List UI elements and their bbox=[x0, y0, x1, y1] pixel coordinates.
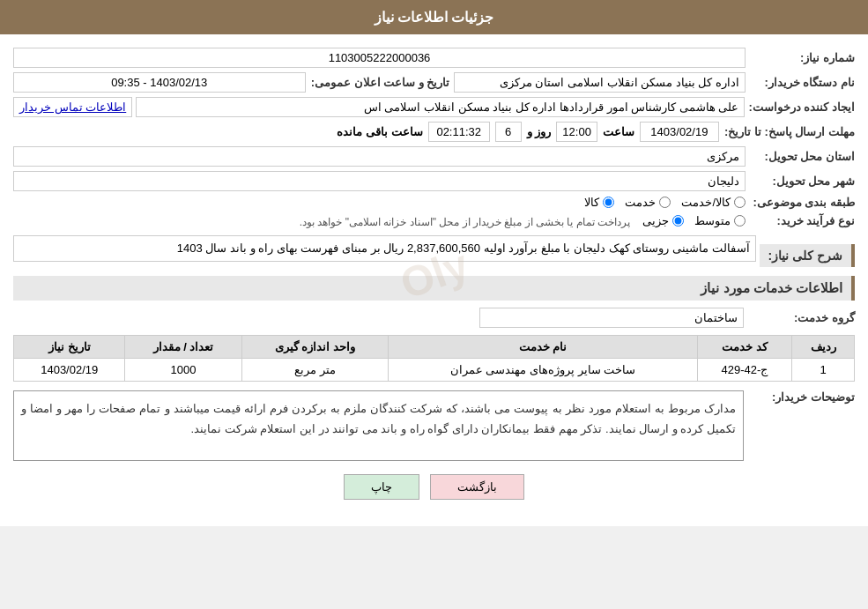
category-row: طبقه بندی موضوعی: کالا/خدمت خدمت کالا bbox=[13, 196, 855, 209]
category-option-kala[interactable]: کالا bbox=[584, 196, 614, 209]
province-label: استان محل تحویل: bbox=[749, 150, 855, 163]
province-row: استان محل تحویل: مرکزی bbox=[13, 146, 855, 167]
table-header-row: ردیف کد خدمت نام خدمت واحد اندازه گیری ت… bbox=[14, 336, 855, 359]
need-number-label: شماره نیاز: bbox=[749, 51, 855, 64]
send-deadline-date: 1403/02/19 bbox=[640, 122, 719, 142]
province-value: مرکزی bbox=[13, 146, 746, 167]
need-summary-value: آسفالت ماشینی روستای کهک دلیجان با مبلغ … bbox=[13, 235, 756, 262]
col-header-name: نام خدمت bbox=[389, 336, 697, 359]
page-wrapper: جزئیات اطلاعات نیاز Oly شماره نیاز: 1103… bbox=[0, 0, 868, 526]
creator-row: ایجاد کننده درخواست: علی هاشمی کارشناس ا… bbox=[13, 97, 855, 117]
creator-link[interactable]: اطلاعات تماس خریدار bbox=[13, 97, 132, 117]
city-label: شهر محل تحویل: bbox=[749, 175, 855, 188]
creator-label: ایجاد کننده درخواست: bbox=[748, 100, 855, 114]
services-table: ردیف کد خدمت نام خدمت واحد اندازه گیری ت… bbox=[13, 335, 855, 382]
send-deadline-label: مهلت ارسال پاسخ: تا تاریخ: bbox=[724, 125, 855, 138]
buyer-notes-label: توضیحات خریدار: bbox=[749, 390, 855, 404]
send-deadline-days: 6 bbox=[495, 122, 522, 142]
send-deadline-day-label: روز و bbox=[527, 125, 552, 138]
buyer-org-label: نام دستگاه خریدار: bbox=[749, 76, 855, 89]
city-row: شهر محل تحویل: دلیجان bbox=[13, 171, 855, 191]
category-option-khedmat[interactable]: خدمت bbox=[625, 196, 671, 209]
col-header-quantity: تعداد / مقدار bbox=[125, 336, 241, 359]
content-area: Oly شماره نیاز: 1103005222000036 نام دست… bbox=[0, 34, 868, 526]
send-deadline-time-label: ساعت bbox=[603, 125, 634, 138]
creator-value: علی هاشمی کارشناس امور قراردادها اداره ک… bbox=[136, 97, 745, 117]
send-deadline-remaining-label: ساعت باقی مانده bbox=[337, 125, 422, 138]
category-label: طبقه بندی موضوعی: bbox=[749, 196, 855, 209]
process-radio-group: متوسط جزیی bbox=[642, 214, 746, 227]
buyer-notes-section: توضیحات خریدار: مدارک مربوط به استعلام م… bbox=[13, 390, 855, 461]
process-option-motavaset[interactable]: متوسط bbox=[694, 214, 746, 227]
need-number-row: شماره نیاز: 1103005222000036 bbox=[13, 48, 855, 68]
category-option-kala-khedmat[interactable]: کالا/خدمت bbox=[681, 196, 746, 209]
need-summary-label: شرح کلی نیاز: bbox=[760, 244, 855, 267]
service-group-value: ساختمان bbox=[479, 308, 744, 328]
buyer-org-value: اداره کل بنیاد مسکن انقلاب اسلامی استان … bbox=[454, 72, 746, 93]
buyer-notes-value: مدارک مربوط به استعلام مورد نظر به پیوست… bbox=[13, 390, 744, 461]
category-radio-group: کالا/خدمت خدمت کالا bbox=[584, 196, 746, 209]
process-type-row: نوع فرآیند خرید: متوسط جزیی پرداخت تمام … bbox=[13, 213, 855, 228]
announce-buyer-row: نام دستگاه خریدار: اداره کل بنیاد مسکن ا… bbox=[13, 72, 855, 93]
print-button[interactable]: چاپ bbox=[344, 474, 419, 500]
bottom-buttons: بازگشت چاپ bbox=[13, 474, 855, 500]
announce-date-label: تاریخ و ساعت اعلان عمومی: bbox=[309, 76, 450, 89]
need-summary-row: شرح کلی نیاز: آسفالت ماشینی روستای کهک د… bbox=[13, 235, 855, 267]
table-row: 1ج-42-429ساخت سایر پروژه‌های مهندسی عمرا… bbox=[14, 359, 855, 382]
page-header: جزئیات اطلاعات نیاز bbox=[0, 0, 868, 34]
col-header-date: تاریخ نیاز bbox=[14, 336, 125, 359]
main-content: Oly شماره نیاز: 1103005222000036 نام دست… bbox=[13, 48, 855, 500]
process-note: پرداخت تمام یا بخشی از مبلغ خریدار از مح… bbox=[300, 216, 630, 228]
send-deadline-row: مهلت ارسال پاسخ: تا تاریخ: 1403/02/19 سا… bbox=[13, 122, 855, 142]
page-title: جزئیات اطلاعات نیاز bbox=[375, 10, 494, 25]
service-group-row: گروه خدمت: ساختمان bbox=[13, 308, 855, 328]
send-deadline-remaining: 02:11:32 bbox=[428, 122, 490, 142]
announce-date-value: 1403/02/13 - 09:35 bbox=[13, 72, 306, 93]
process-option-jozi[interactable]: جزیی bbox=[642, 214, 684, 227]
process-type-label: نوع فرآیند خرید: bbox=[749, 214, 855, 227]
need-number-value: 1103005222000036 bbox=[13, 48, 746, 68]
col-header-code: کد خدمت bbox=[697, 336, 792, 359]
send-deadline-time: 12:00 bbox=[556, 122, 597, 142]
col-header-unit: واحد اندازه گیری bbox=[241, 336, 389, 359]
city-value: دلیجان bbox=[13, 171, 746, 191]
service-group-label: گروه خدمت: bbox=[749, 311, 855, 324]
services-info-title: اطلاعات خدمات مورد نیاز bbox=[13, 276, 855, 301]
back-button[interactable]: بازگشت bbox=[430, 474, 524, 500]
col-header-row-num: ردیف bbox=[792, 336, 855, 359]
